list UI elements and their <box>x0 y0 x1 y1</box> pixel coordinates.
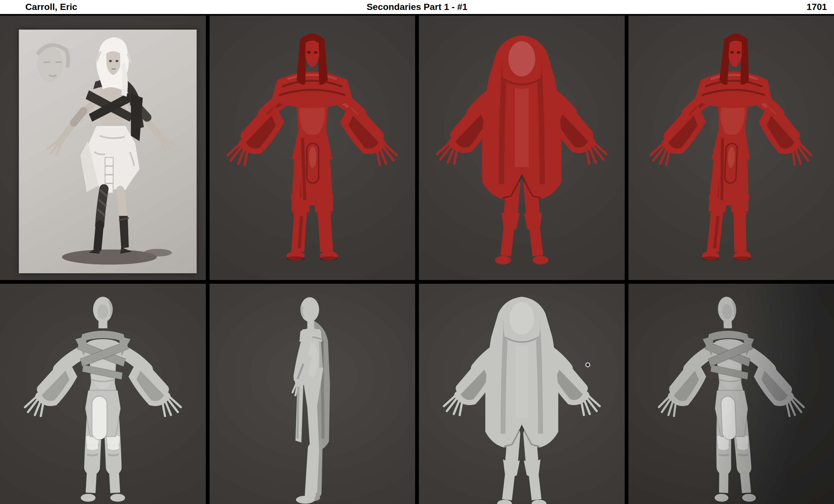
gray-sculpt-back-figure <box>433 286 611 504</box>
red-sculpt-front-figure <box>216 22 409 276</box>
panel-concept-art <box>0 16 206 280</box>
gray-sculpt-front-figure <box>14 286 192 504</box>
render-grid <box>0 16 834 504</box>
concept-figure <box>48 37 174 254</box>
page-title: Secondaries Part 1 - #1 <box>367 2 467 12</box>
concept-art-image <box>19 30 197 273</box>
panel-gray-sculpt-front <box>0 284 206 504</box>
concept-art-figure <box>19 30 197 273</box>
panel-gray-sculpt-side <box>210 284 415 504</box>
red-sculpt-back-figure <box>425 22 618 276</box>
concept-ground-shadow <box>62 249 172 265</box>
panel-gray-sculpt-perspective <box>629 284 834 504</box>
panel-red-sculpt-three-quarter <box>629 16 834 280</box>
header-bar: Carroll, Eric Secondaries Part 1 - #1 17… <box>0 0 834 14</box>
gray-sculpt-perspective-figure <box>643 286 819 504</box>
red-sculpt-three-quarter-figure <box>634 22 828 276</box>
artist-name: Carroll, Eric <box>25 2 77 12</box>
panel-red-sculpt-back <box>419 16 625 280</box>
cursor-dot <box>585 362 590 367</box>
panel-red-sculpt-front <box>210 16 415 280</box>
gray-sculpt-side-figure <box>223 286 401 504</box>
page-number: 1701 <box>807 2 827 12</box>
panel-gray-sculpt-back <box>419 284 625 504</box>
concept-face-sketch <box>37 45 68 82</box>
